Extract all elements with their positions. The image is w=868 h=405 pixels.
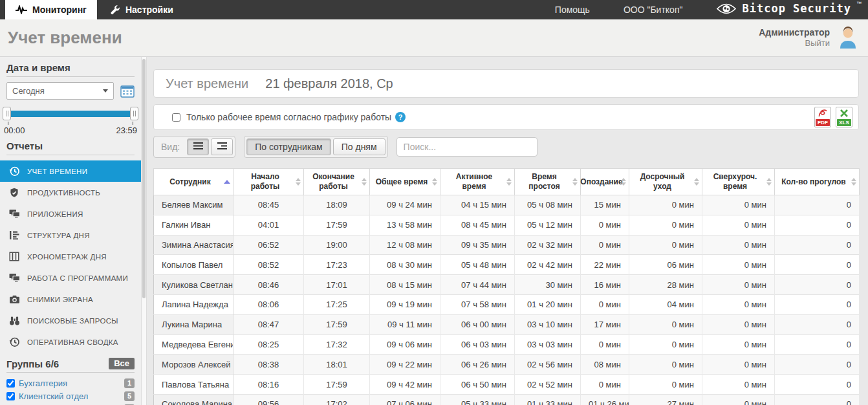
sidebar-item-7[interactable]: ПОИСКОВЫЕ ЗАПРОСЫ (0, 310, 141, 331)
value-cell: 03 ч 10 мин (515, 314, 581, 334)
table-row[interactable]: Медведева Евгения08:2517:3209 ч 06 мин06… (154, 334, 860, 355)
sidebar-item-label: УЧЕТ ВРЕМЕНИ (27, 168, 87, 175)
calendar-icon[interactable] (120, 85, 135, 98)
groups-all-button[interactable]: Все (109, 358, 135, 369)
value-cell: 0 мин (581, 215, 629, 235)
avatar[interactable] (836, 25, 860, 52)
date-section-title: Дата и время (6, 62, 135, 77)
sort-icon (766, 178, 772, 186)
slider-handle-start[interactable] (3, 107, 11, 120)
employee-name-cell: Морозов Алексей (154, 355, 233, 375)
sidebar-item-label: ПРОДУКТИВНОСТЬ (27, 189, 100, 197)
column-header-4[interactable]: Активное время (440, 169, 515, 195)
employee-name-cell: Павлова Татьяна (154, 375, 233, 395)
value-cell: 08:16 (233, 375, 304, 395)
sidebar-item-5[interactable]: РАБОТА С ПРОГРАММАМИ (0, 267, 141, 289)
sort-icon (296, 178, 301, 186)
table-row[interactable]: Лукина Марина08:4717:5909 ч 11 мин06 ч 0… (154, 314, 860, 334)
value-cell: 01 ч 33 мин (515, 394, 581, 405)
sidebar-item-3[interactable]: СТРУКТУРА ДНЯ (0, 224, 141, 246)
xls-export-icon[interactable]: XLS (836, 107, 852, 127)
table-row[interactable]: Соколова Марина09:5617:0207 ч 06 мин05 ч… (154, 394, 860, 405)
monitors-icon (8, 209, 21, 219)
table-row[interactable]: Беляев Максим08:4518:0909 ч 24 мин04 ч 1… (154, 195, 860, 215)
report-title: Учет времени (166, 76, 248, 91)
value-cell: 22 мин (581, 255, 629, 275)
value-cell: 06 ч 00 мин (440, 314, 515, 334)
column-header-2[interactable]: Окончание работы (304, 169, 370, 195)
value-cell: 02 ч 52 мин (515, 375, 581, 395)
group-label[interactable]: Клиентский отдел (19, 391, 120, 401)
by-days-button[interactable]: По дням (333, 138, 385, 155)
value-cell: 0 (775, 195, 860, 215)
sidebar-menu: УЧЕТ ВРЕМЕНИПРОДУКТИВНОСТЬПРИЛОЖЕНИЯСТРУ… (0, 160, 141, 353)
date-preset-select[interactable]: Сегодня (6, 82, 114, 100)
value-cell: 0 мин (629, 355, 702, 375)
value-cell: 0 мин (629, 195, 702, 215)
value-cell: 0 (775, 334, 860, 355)
value-cell: 0 (775, 294, 860, 314)
sidebar-item-label: ПОИСКОВЫЕ ЗАПРОСЫ (27, 317, 118, 325)
group-label[interactable]: Бухгалтерия (19, 378, 120, 388)
column-header-3[interactable]: Общее время (370, 169, 440, 195)
by-employees-button[interactable]: По сотрудникам (246, 138, 331, 155)
group-checkbox[interactable] (6, 392, 15, 400)
column-header-7[interactable]: Досрочный уход (629, 169, 702, 195)
value-cell: 0 (775, 215, 860, 235)
worktime-only-checkbox[interactable] (172, 113, 180, 122)
view-list-button[interactable] (187, 138, 209, 155)
group-checkbox[interactable] (6, 379, 15, 388)
sidebar-item-8[interactable]: ОПЕРАТИВНАЯ СВОДКА (0, 331, 141, 353)
value-cell: 0 (775, 255, 860, 275)
value-cell: 08 ч 15 мин (370, 275, 440, 295)
column-header-0[interactable]: Сотрудник (154, 169, 233, 195)
sidebar-scrollbar[interactable] (141, 57, 147, 405)
sidebar-item-1[interactable]: ПРОДУКТИВНОСТЬ (0, 182, 141, 203)
slider-handle-end[interactable] (130, 107, 138, 120)
column-header-8[interactable]: Сверхуроч. время (702, 169, 775, 195)
column-header-5[interactable]: Время простоя (515, 169, 581, 195)
view-grouped-button[interactable] (211, 138, 233, 155)
sidebar-item-6[interactable]: СНИМКИ ЭКРАНА (0, 289, 141, 310)
value-cell: 0 мин (702, 375, 775, 395)
time-table: СотрудникНачало работыОкончание работыОб… (153, 168, 860, 405)
help-link[interactable]: Помощь (555, 5, 590, 15)
sidebar-item-4[interactable]: ХРОНОМЕТРАЖ ДНЯ (0, 246, 141, 267)
pdf-export-icon[interactable]: PDF (814, 107, 831, 127)
value-cell: 17:02 (304, 394, 370, 405)
table-row[interactable]: Морозов Алексей08:3818:0109 ч 22 мин06 ч… (154, 355, 860, 375)
column-label: Окончание работы (307, 172, 360, 192)
value-cell: 30 мин (515, 275, 581, 295)
sort-icon (694, 178, 699, 186)
column-header-9[interactable]: Кол-во прогулов (775, 169, 860, 195)
value-cell: 17:01 (304, 275, 370, 295)
value-cell: 0 мин (702, 334, 775, 355)
search-input[interactable] (396, 137, 537, 157)
scrollbar-thumb[interactable] (142, 59, 146, 298)
table-row[interactable]: Павлова Татьяна08:1617:5909 ч 42 мин06 ч… (154, 375, 860, 395)
column-header-1[interactable]: Начало работы (233, 169, 304, 195)
tab-monitoring[interactable]: Мониторинг (5, 0, 97, 19)
brand-logo: Bitcop Security ™ (716, 2, 862, 18)
value-cell: 0 мин (629, 314, 702, 334)
table-row[interactable]: Копылов Павел08:5217:2308 ч 30 мин05 ч 4… (154, 255, 860, 275)
sidebar-item-label: ПРИЛОЖЕНИЯ (27, 210, 83, 218)
list-right-icon (217, 142, 227, 152)
tab-settings[interactable]: Настройки (100, 0, 184, 19)
company-link[interactable]: ООО "Биткоп" (624, 5, 683, 15)
binoculars-icon (8, 316, 21, 325)
column-label: Сверхуроч. время (705, 172, 765, 192)
table-row[interactable]: Галкин Иван04:0117:5913 ч 58 мин08 ч 45 … (154, 215, 860, 235)
logout-link[interactable]: Выйти (759, 38, 830, 49)
table-row[interactable]: Куликова Светлана08:4617:0108 ч 15 мин07… (154, 275, 860, 295)
help-question-icon[interactable]: ? (395, 112, 406, 122)
employee-name-cell: Копылов Павел (154, 255, 233, 275)
table-row[interactable]: Лапина Надежда08:0617:2509 ч 19 мин07 ч … (154, 294, 860, 314)
sidebar-item-0[interactable]: УЧЕТ ВРЕМЕНИ (0, 160, 141, 182)
tab-label: Мониторинг (32, 5, 87, 15)
brand-name: Bitcop Security (742, 2, 851, 15)
column-header-6[interactable]: Опоздание (581, 169, 629, 195)
sidebar-item-2[interactable]: ПРИЛОЖЕНИЯ (0, 203, 141, 224)
table-row[interactable]: Зимина Анастасия06:5219:0012 ч 08 мин09 … (154, 235, 860, 255)
page-title: Учет времени (8, 28, 122, 48)
